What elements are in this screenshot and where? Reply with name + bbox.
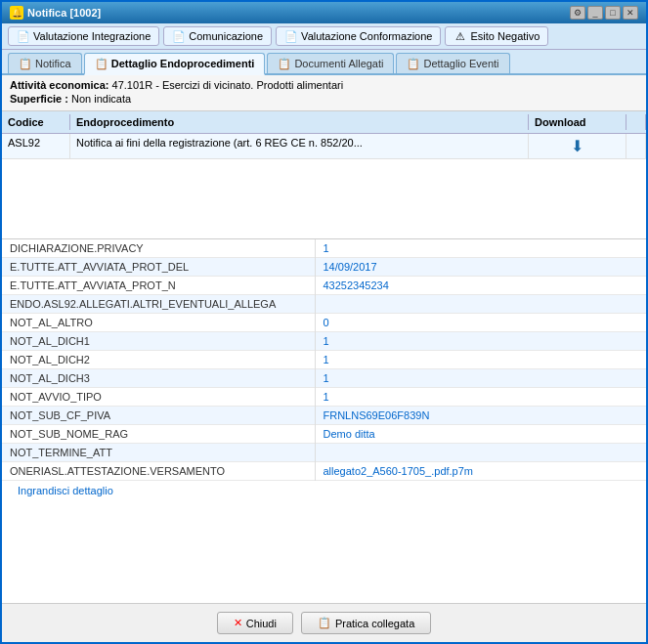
data-value-cell: 43252345234: [315, 277, 646, 295]
data-value-cell: FRNLNS69E06F839N: [315, 407, 646, 425]
data-key-cell: NOT_SUB_CF_PIVA: [2, 407, 315, 425]
table-row: NOT_TERMINE_ATT: [2, 444, 646, 462]
data-key-cell: DICHIARAZIONE.PRIVACY: [2, 239, 315, 258]
attivita-value: 47.101R - Esercizi di vicinato. Prodotti…: [112, 79, 344, 91]
pratica-icon: 📋: [318, 617, 331, 629]
close-button[interactable]: ✕: [623, 6, 638, 20]
valutazione-integrazione-button[interactable]: 📄 Valutazione Integrazione: [8, 26, 159, 46]
data-key-cell: NOT_AL_ALTRO: [2, 314, 315, 332]
esito-negativo-label: Esito Negativo: [470, 30, 540, 42]
col-codice: Codice: [2, 114, 70, 130]
pratica-label: Pratica collegata: [335, 618, 414, 629]
comunicazione-label: Comunicazione: [189, 30, 263, 42]
data-key-cell: NOT_AL_DICH2: [2, 351, 315, 369]
table-row: ENDO.ASL92.ALLEGATI.ALTRI_EVENTUALI_ALLE…: [2, 295, 646, 314]
table-row: NOT_SUB_NOME_RAGDemo ditta: [2, 425, 646, 444]
content-area: Attività economica: 47.101R - Esercizi d…: [2, 75, 646, 603]
table-row: NOT_AL_DICH21: [2, 351, 646, 369]
main-window: 🔔 Notifica [1002] ⚙ _ □ ✕ 📄 Valutazione …: [0, 0, 648, 644]
data-value-cell: [315, 295, 646, 314]
tab-notifica-label: Notifica: [35, 58, 71, 69]
cell-download[interactable]: ⬇: [529, 134, 626, 158]
tab-documenti-icon: 📋: [278, 57, 291, 70]
toolbar: 📄 Valutazione Integrazione 📄 Comunicazio…: [2, 23, 646, 50]
cell-spacer: [626, 134, 646, 158]
data-key-cell: NOT_AL_DICH3: [2, 369, 315, 388]
doc-icon-3: 📄: [284, 29, 298, 43]
expand-link[interactable]: Ingrandisci dettaglio: [10, 483, 121, 498]
title-bar: 🔔 Notifica [1002] ⚙ _ □ ✕: [2, 2, 646, 23]
valutazione-integrazione-label: Valutazione Integrazione: [33, 30, 151, 42]
tab-dettaglio-eventi[interactable]: 📋 Dettaglio Eventi: [396, 53, 509, 73]
table-row: E.TUTTE.ATT_AVVIATA_PROT_N43252345234: [2, 277, 646, 295]
data-value-cell: 14/09/2017: [315, 258, 646, 277]
minimize-button[interactable]: _: [587, 6, 603, 20]
tab-dettaglio-label: Dettaglio Endoprocedimenti: [111, 58, 255, 69]
table-row: E.TUTTE.ATT_AVVIATA_PROT_DEL14/09/2017: [2, 258, 646, 277]
col-scroll: [626, 114, 646, 130]
esito-negativo-button[interactable]: ⚠ Esito Negativo: [445, 26, 548, 46]
window-title: Notifica [1002]: [27, 7, 101, 19]
data-table: DICHIARAZIONE.PRIVACY1E.TUTTE.ATT_AVVIAT…: [2, 239, 646, 481]
table-row: DICHIARAZIONE.PRIVACY1: [2, 239, 646, 258]
data-key-cell: NOT_TERMINE_ATT: [2, 444, 315, 462]
data-value-cell: allegato2_A560-1705_.pdf.p7m: [315, 462, 646, 481]
superficie-line: Superficie : Non indicata: [10, 93, 638, 105]
data-value-cell: 1: [315, 351, 646, 369]
pratica-collegata-button[interactable]: 📋 Pratica collegata: [301, 612, 431, 634]
data-key-cell: NOT_AVVIO_TIPO: [2, 388, 315, 407]
cell-codice: ASL92: [2, 134, 70, 158]
doc-icon-2: 📄: [172, 29, 186, 43]
tab-documenti-label: Documenti Allegati: [294, 58, 383, 69]
top-table-section: Codice Endoprocedimento Download ASL92 N…: [2, 111, 646, 238]
info-section: Attività economica: 47.101R - Esercizi d…: [2, 75, 646, 111]
col-download: Download: [529, 114, 626, 130]
data-properties-area[interactable]: DICHIARAZIONE.PRIVACY1E.TUTTE.ATT_AVVIAT…: [2, 238, 646, 603]
superficie-label: Superficie :: [10, 93, 68, 105]
close-icon: ✕: [234, 617, 242, 629]
settings-icon[interactable]: ⚙: [570, 6, 585, 20]
data-key-cell: E.TUTTE.ATT_AVVIATA_PROT_N: [2, 277, 315, 295]
data-key-cell: ONERIASL.ATTESTAZIONE.VERSAMENTO: [2, 462, 315, 481]
table-header: Codice Endoprocedimento Download: [2, 111, 646, 134]
data-key-cell: NOT_AL_DICH1: [2, 332, 315, 351]
expand-link-container: Ingrandisci dettaglio: [2, 481, 646, 500]
valutazione-conformazione-button[interactable]: 📄 Valutazione Conformazione: [276, 26, 441, 46]
maximize-button[interactable]: □: [605, 6, 621, 20]
tab-dettaglio-endoprocedimenti[interactable]: 📋 Dettaglio Endoprocedimenti: [84, 53, 266, 75]
tab-notifica-icon: 📋: [19, 57, 32, 70]
col-endoprocedimento: Endoprocedimento: [70, 114, 529, 130]
table-row: NOT_AVVIO_TIPO1: [2, 388, 646, 407]
table-row: ONERIASL.ATTESTAZIONE.VERSAMENTOallegato…: [2, 462, 646, 481]
data-value-cell: 1: [315, 369, 646, 388]
tab-eventi-icon: 📋: [407, 57, 420, 70]
title-controls: ⚙ _ □ ✕: [570, 6, 638, 20]
superficie-value: Non indicata: [71, 93, 131, 105]
comunicazione-button[interactable]: 📄 Comunicazione: [163, 26, 272, 46]
window-icon: 🔔: [10, 6, 23, 20]
close-label: Chiudi: [246, 618, 277, 629]
tab-documenti-allegati[interactable]: 📋 Documenti Allegati: [267, 53, 394, 73]
warning-icon: ⚠: [454, 29, 467, 43]
data-key-cell: ENDO.ASL92.ALLEGATI.ALTRI_EVENTUALI_ALLE…: [2, 295, 315, 314]
tab-notifica[interactable]: 📋 Notifica: [8, 53, 82, 73]
title-bar-left: 🔔 Notifica [1002]: [10, 6, 101, 20]
attivita-label: Attività economica:: [10, 79, 108, 91]
data-value-cell: [315, 444, 646, 462]
close-button-footer[interactable]: ✕ Chiudi: [217, 612, 293, 634]
doc-icon: 📄: [17, 29, 30, 43]
table-row: NOT_AL_DICH31: [2, 369, 646, 388]
tab-eventi-label: Dettaglio Eventi: [423, 58, 498, 69]
table-row: ASL92 Notifica ai fini della registrazio…: [2, 134, 646, 159]
attivita-line: Attività economica: 47.101R - Esercizi d…: [10, 79, 638, 91]
data-value-cell: 1: [315, 388, 646, 407]
tab-bar: 📋 Notifica 📋 Dettaglio Endoprocedimenti …: [2, 50, 646, 75]
valutazione-conformazione-label: Valutazione Conformazione: [301, 30, 432, 42]
data-value-cell: 1: [315, 239, 646, 258]
table-row: NOT_SUB_CF_PIVAFRNLNS69E06F839N: [2, 407, 646, 425]
table-row: NOT_AL_ALTRO0: [2, 314, 646, 332]
data-value-cell: Demo ditta: [315, 425, 646, 444]
data-key-cell: E.TUTTE.ATT_AVVIATA_PROT_DEL: [2, 258, 315, 277]
tab-dettaglio-icon: 📋: [95, 57, 108, 70]
data-value-cell: 0: [315, 314, 646, 332]
